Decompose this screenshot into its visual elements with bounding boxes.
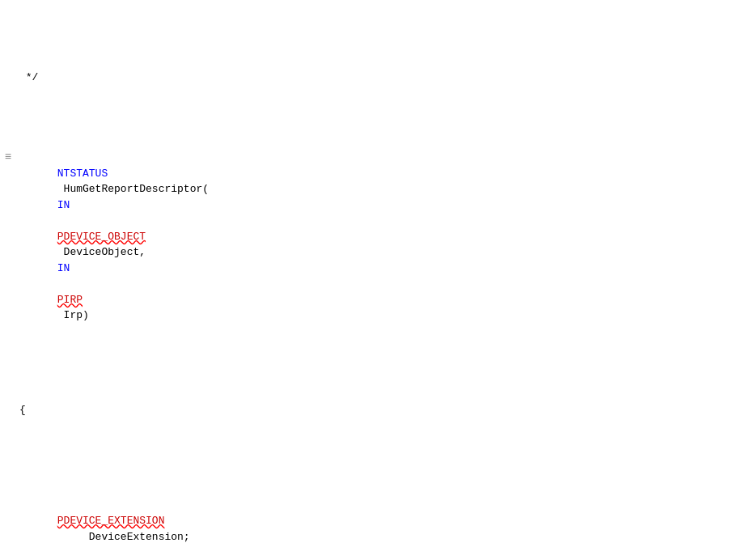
line-content: PDEVICE_EXTENSION DeviceExtension; (16, 482, 737, 560)
type-pirp: PIRP (57, 294, 83, 306)
code-line: */ (0, 70, 737, 86)
type-pdevice: PDEVICE_OBJECT (57, 231, 146, 243)
line-marker-eq: ≡ (0, 149, 16, 166)
keyword-in1: IN (57, 199, 70, 211)
code-line: ≡ NTSTATUS HumGetReportDescriptor( IN PD… (0, 149, 737, 339)
line-content: */ (16, 70, 737, 86)
type-pdevice-ext: PDEVICE_EXTENSION (57, 515, 165, 527)
code-line: { (0, 402, 737, 418)
line-content: { (16, 402, 737, 418)
keyword-in2: IN (57, 262, 70, 274)
code-line: PDEVICE_EXTENSION DeviceExtension; (0, 482, 737, 560)
line-content: NTSTATUS HumGetReportDescriptor( IN PDEV… (16, 150, 737, 339)
keyword-ntstatus: NTSTATUS (57, 168, 108, 180)
code-editor: */ ≡ NTSTATUS HumGetReportDescriptor( IN… (0, 0, 737, 560)
